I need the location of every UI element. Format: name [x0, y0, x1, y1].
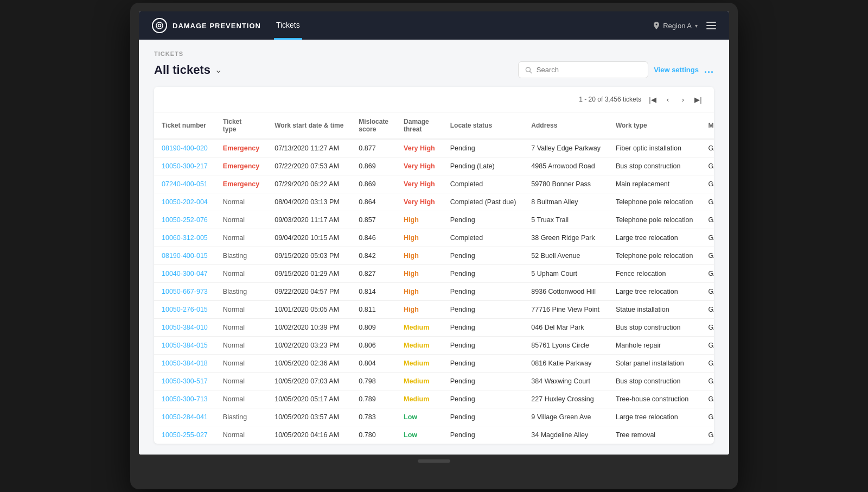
cell-work-start: 07/13/2020 11:27 AM: [267, 139, 351, 157]
cell-ticket-number[interactable]: 10050-255-027: [154, 426, 215, 444]
last-page-button[interactable]: ▶|: [691, 92, 705, 106]
cell-address: 5 Upham Court: [524, 265, 608, 283]
cell-address: 77716 Pine View Point: [524, 301, 608, 319]
ticket-link[interactable]: 10050-384-018: [162, 359, 208, 367]
cell-ticket-number[interactable]: 10050-284-041: [154, 408, 215, 426]
cell-address: 59780 Bonner Pass: [524, 175, 608, 193]
cell-address: 85761 Lyons Circle: [524, 337, 608, 355]
cell-address: 34 Magdeline Alley: [524, 426, 608, 444]
cell-ticket-type: Normal: [215, 265, 267, 283]
cell-damage-threat: Low: [396, 426, 443, 444]
next-page-button[interactable]: ›: [676, 92, 690, 106]
cell-member-code: GAS101 › 000 GAS105: [700, 408, 714, 426]
region-chevron-icon: ▾: [695, 23, 698, 29]
hamburger-menu[interactable]: [706, 22, 716, 29]
cell-member-code: GAS102 › 005 GAS105: [700, 157, 714, 175]
cell-address: 8936 Cottonwood Hill: [524, 283, 608, 301]
cell-ticket-type: Normal: [215, 211, 267, 229]
cell-ticket-number[interactable]: 07240-400-051: [154, 175, 215, 193]
ticket-link[interactable]: 08190-400-020: [162, 144, 208, 152]
cell-address: 8 Bultman Alley: [524, 193, 608, 211]
first-page-button[interactable]: |◀: [646, 92, 660, 106]
cell-work-type: Solar panel installation: [608, 355, 700, 373]
cell-mislocate-score: 0.814: [351, 283, 396, 301]
cell-work-start: 09/03/2020 11:17 AM: [267, 211, 351, 229]
cell-ticket-number[interactable]: 10060-312-005: [154, 229, 215, 247]
cell-work-start: 10/02/2020 10:39 PM: [267, 319, 351, 337]
cell-ticket-number[interactable]: 10050-276-015: [154, 301, 215, 319]
cell-ticket-number[interactable]: 08190-400-015: [154, 247, 215, 265]
more-options-button[interactable]: ...: [704, 64, 714, 75]
region-label: Region A: [663, 22, 692, 30]
ticket-link[interactable]: 10050-276-015: [162, 306, 208, 313]
cell-ticket-number[interactable]: 10040-300-047: [154, 265, 215, 283]
title-chevron-icon[interactable]: ⌄: [215, 65, 222, 75]
col-locate-status: Locate status: [443, 112, 524, 139]
cell-work-type: Main replacement: [608, 175, 700, 193]
search-icon: [525, 66, 532, 74]
cell-locate-status: Pending: [443, 337, 524, 355]
cell-address: 0816 Katie Parkway: [524, 355, 608, 373]
cell-ticket-number[interactable]: 10050-667-973: [154, 283, 215, 301]
ticket-link[interactable]: 07240-400-051: [162, 180, 208, 188]
cell-mislocate-score: 0.783: [351, 408, 396, 426]
cell-work-type: Tree removal: [608, 426, 700, 444]
nav-tab-tickets[interactable]: Tickets: [274, 12, 302, 40]
table-row: 10050-300-217 Emergency 07/22/2020 07:53…: [154, 157, 714, 175]
ticket-link[interactable]: 10050-300-517: [162, 377, 208, 385]
col-ticket-number: Ticket number: [154, 112, 215, 139]
ticket-link[interactable]: 10040-300-047: [162, 270, 208, 277]
ticket-link[interactable]: 10050-255-027: [162, 431, 208, 439]
cell-ticket-type: Normal: [215, 193, 267, 211]
cell-mislocate-score: 0.877: [351, 139, 396, 157]
cell-ticket-number[interactable]: 10050-300-517: [154, 373, 215, 390]
cell-mislocate-score: 0.842: [351, 247, 396, 265]
cell-ticket-number[interactable]: 10050-384-015: [154, 337, 215, 355]
ticket-link[interactable]: 10060-312-005: [162, 234, 208, 242]
cell-mislocate-score: 0.780: [351, 426, 396, 444]
cell-member-code: GAS106 › 007 GAS108: [700, 193, 714, 211]
cell-work-type: Large tree relocation: [608, 283, 700, 301]
ticket-link[interactable]: 10050-384-010: [162, 324, 208, 331]
cell-ticket-number[interactable]: 10050-384-018: [154, 355, 215, 373]
table-row: 10050-202-004 Normal 08/04/2020 03:13 PM…: [154, 193, 714, 211]
ticket-link[interactable]: 10050-202-004: [162, 198, 208, 206]
search-box: [518, 61, 648, 78]
cell-ticket-type: Normal: [215, 301, 267, 319]
table-toolbar: 1 - 20 of 3,456 tickets |◀ ‹ › ▶|: [154, 87, 714, 112]
cell-member-code: GAS102 › 007 GAS108: [700, 211, 714, 229]
cell-work-start: 10/05/2020 02:36 AM: [267, 355, 351, 373]
table-row: 08190-400-015 Blasting 09/15/2020 05:03 …: [154, 247, 714, 265]
cell-address: 5 Truax Trail: [524, 211, 608, 229]
tickets-table-body: 08190-400-020 Emergency 07/13/2020 11:27…: [154, 139, 714, 444]
ticket-link[interactable]: 10050-300-713: [162, 395, 208, 403]
cell-locate-status: Completed (Past due): [443, 193, 524, 211]
cell-ticket-number[interactable]: 10050-300-217: [154, 157, 215, 175]
table-header: Ticket number Tickettype Work start date…: [154, 112, 714, 139]
ticket-link[interactable]: 08190-400-015: [162, 252, 208, 260]
nav-right: Region A ▾: [653, 22, 716, 30]
search-input[interactable]: [537, 66, 641, 74]
ticket-link[interactable]: 10050-384-015: [162, 342, 208, 349]
cell-locate-status: Pending: [443, 319, 524, 337]
cell-address: 38 Green Ridge Park: [524, 229, 608, 247]
cell-work-start: 10/02/2020 03:23 PM: [267, 337, 351, 355]
cell-mislocate-score: 0.846: [351, 229, 396, 247]
cell-damage-threat: High: [396, 265, 443, 283]
table-row: 10050-384-018 Normal 10/05/2020 02:36 AM…: [154, 355, 714, 373]
cell-damage-threat: Very High: [396, 175, 443, 193]
cell-ticket-number[interactable]: 10050-252-076: [154, 211, 215, 229]
prev-page-button[interactable]: ‹: [661, 92, 675, 106]
ticket-link[interactable]: 10050-252-076: [162, 216, 208, 224]
cell-ticket-number[interactable]: 10050-384-010: [154, 319, 215, 337]
cell-ticket-number[interactable]: 10050-300-713: [154, 390, 215, 408]
view-settings-button[interactable]: View settings: [654, 66, 699, 74]
region-selector[interactable]: Region A ▾: [653, 22, 698, 30]
cell-ticket-number[interactable]: 10050-202-004: [154, 193, 215, 211]
cell-ticket-number[interactable]: 08190-400-020: [154, 139, 215, 157]
cell-locate-status: Pending (Late): [443, 157, 524, 175]
cell-locate-status: Pending: [443, 283, 524, 301]
ticket-link[interactable]: 10050-300-217: [162, 162, 208, 170]
ticket-link[interactable]: 10050-667-973: [162, 288, 208, 295]
ticket-link[interactable]: 10050-284-041: [162, 413, 208, 421]
